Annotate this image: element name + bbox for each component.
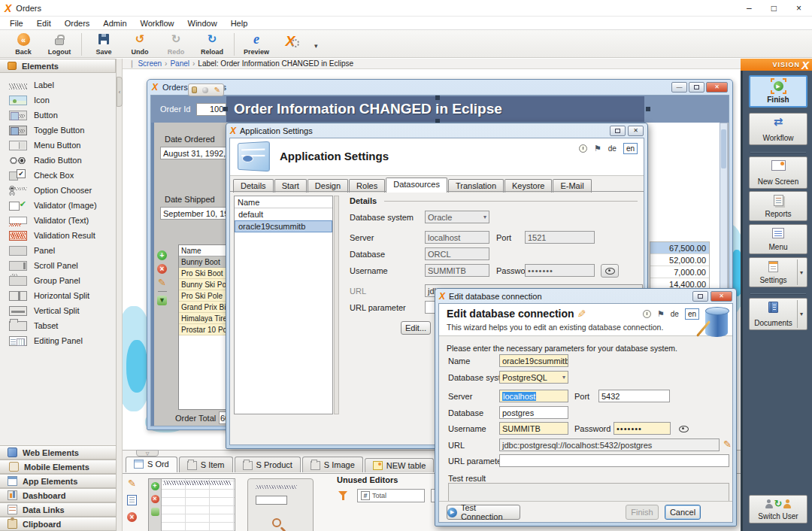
element-item[interactable]: Editing Panel [0,333,116,348]
cancel-button[interactable]: Cancel [665,505,701,520]
show-password-button[interactable] [601,264,619,278]
item-row[interactable]: Bunny Boot [179,256,230,268]
style-mini-icon[interactable] [202,87,208,93]
password-field[interactable]: ••••••• [614,422,671,435]
flag-icon[interactable]: ⚑ [594,144,601,153]
edit-url-icon[interactable]: ✎ [723,439,732,449]
undo-button[interactable]: ↺Undo [123,32,157,56]
item-row[interactable]: Himalaya Tires [179,313,230,324]
filter-funnel-icon[interactable] [338,490,349,501]
username-field[interactable]: SUMMITB [499,422,568,435]
back-button[interactable]: «Back [6,32,41,56]
table-preview-widget[interactable]: + × [148,478,235,531]
element-item[interactable]: Menu Button [0,138,116,153]
element-item[interactable]: Button [0,108,116,123]
element-item[interactable]: Icon [0,93,116,108]
accordion-header[interactable]: Mobile Elements [0,460,117,474]
test-connection-button[interactable]: ▶ Test Connection [447,505,520,520]
scrollbar-thumb[interactable] [721,129,726,168]
breadcrumb-panel[interactable]: Panel [170,59,189,68]
switch-user-button[interactable]: ↻ Switch User [749,495,807,523]
finish-mode-button[interactable]: ▶ Finish [749,75,807,108]
server-field[interactable]: localhost [499,390,568,402]
edit-mini-icon[interactable]: ✎ [214,86,220,94]
element-item[interactable]: Vertical Split [0,303,116,318]
element-item[interactable]: Validation Result [0,228,116,243]
date-ordered-field[interactable]: August 31, 1992, 12 [160,147,230,159]
appsettings-restore-button[interactable] [610,126,626,136]
remove-tool-icon[interactable]: × [127,512,137,522]
toolbar-dropdown-caret[interactable]: ▾ [314,42,318,50]
accordion-header[interactable]: Clipboard [0,517,117,531]
menu-item[interactable]: File [3,18,30,29]
element-item[interactable]: Validator (Text) [0,213,116,228]
db-system-select[interactable]: Oracle▾ [425,211,489,223]
datasource-tab[interactable]: S Product [235,457,301,472]
breadcrumb-screen[interactable]: Screen [138,59,162,68]
minimize-button[interactable]: – [747,3,752,14]
item-row[interactable]: Grand Prix Bicycle [179,302,230,313]
element-item[interactable]: Label [0,77,116,93]
delete-row-icon[interactable]: × [157,264,167,274]
datasource-row[interactable]: oracle19csummitb [235,220,332,232]
order-headline-label[interactable]: Order Information CHANGED in Eclipse [226,96,644,122]
datasource-tab[interactable]: S Ord [126,457,177,472]
settings-dropdown-caret[interactable]: ▾ [797,259,805,285]
menu-item[interactable]: Window [181,18,224,29]
search-editor-widget[interactable] [247,478,314,531]
datasource-list-header[interactable]: Name [235,196,332,208]
amount-cell[interactable]: 7,000.00 [650,266,709,278]
notebook-tool-icon[interactable] [127,495,137,505]
datasource-tab[interactable]: NEW table [365,458,435,472]
reports-button[interactable]: Reports [749,191,807,221]
menu-item[interactable]: Help [224,18,255,29]
redo-button[interactable]: ↻Redo [159,32,193,56]
finish-button[interactable]: Finish [626,505,659,520]
accordion-header[interactable]: App Elements [0,474,117,488]
element-item[interactable]: Horizontal Split [0,288,116,303]
remove-icon[interactable]: × [151,495,159,503]
panel-collapse-button[interactable]: ▽ [136,450,159,457]
items-table-header[interactable]: Name [179,245,230,256]
history-icon[interactable] [643,310,651,318]
accordion-header[interactable]: Dashboard [0,488,117,502]
username-field[interactable]: SUMMITB [425,264,489,277]
editconn-restore-button[interactable] [692,291,708,302]
selection-handle[interactable] [435,96,440,100]
sidebar-resize-strip[interactable]: ‹ [117,59,123,531]
datasource-tab[interactable]: S Item [179,457,233,472]
item-row[interactable]: Bunny Ski Pole [179,279,230,290]
element-item[interactable]: Group Panel [0,273,116,288]
show-password-button[interactable] [676,422,691,435]
item-row[interactable]: Pro Ski Pole [179,290,230,302]
menu-button[interactable]: Menu [749,224,807,254]
datasource-mini-icon[interactable] [192,86,197,93]
save-button[interactable]: Save [86,32,121,56]
orders-maximize-button[interactable] [689,82,704,93]
selection-handle[interactable] [223,107,228,111]
orders-window-titlebar[interactable]: X Orders and Items — ✕ [147,80,732,95]
element-item[interactable]: Option Chooser [0,183,116,198]
documents-dropdown-caret[interactable]: ▾ [797,300,805,328]
edit-tool-icon[interactable]: ✎ [128,478,136,488]
element-item[interactable]: Scroll Panel [0,258,116,273]
order-id-field[interactable]: 100 [196,103,226,116]
element-item[interactable]: Toggle Button [0,123,116,138]
port-field[interactable]: 1521 [525,231,595,244]
database-field[interactable]: ORCL [425,247,489,260]
orders-minimize-button[interactable]: — [671,82,687,93]
accordion-header[interactable]: Web Elements [0,445,117,460]
datasource-row[interactable]: default [235,208,332,220]
preview-button[interactable]: ePreview [239,32,274,56]
flag-icon[interactable]: ⚑ [657,310,665,318]
amount-cell[interactable]: 52,000.00 [650,254,709,266]
lang-de[interactable]: de [608,144,617,153]
lang-en-selected[interactable]: en [685,308,699,320]
port-field[interactable]: 5432 [598,390,670,402]
selection-handle[interactable] [646,107,650,111]
item-row[interactable]: Prostar 10 Pound [179,324,230,335]
element-item[interactable]: Tabset [0,318,116,333]
add-row-icon[interactable]: + [157,250,167,260]
history-icon[interactable] [579,144,587,153]
menu-item[interactable]: Edit [30,18,58,29]
